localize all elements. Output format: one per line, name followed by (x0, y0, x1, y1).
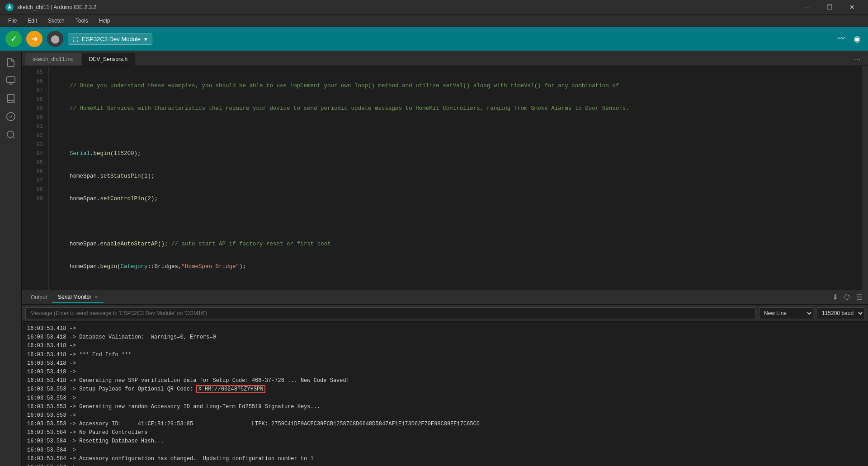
titlebar-controls: — ❐ ✕ (797, 0, 863, 14)
debug-button[interactable]: ⬤ (47, 31, 63, 47)
serial-line-17: 16:03:53.584 -> (27, 463, 863, 466)
code-line-89: homeSpan.setStatusPin(1); (56, 172, 854, 181)
new-line-select[interactable]: New Line No Line Ending Carriage Return … (759, 307, 813, 319)
maximize-button[interactable]: ❐ (819, 0, 840, 14)
serial-line-15: 16:03:53.584 -> (27, 446, 863, 455)
serial-line-3: 16:03:53.418 -> (27, 342, 863, 350)
tab-dev-sensors[interactable]: DEV_Sensors.h (82, 53, 135, 66)
panel-tabs: Output Serial Monitor ✕ ⬇ ⏱ ☰ (22, 290, 868, 305)
code-editor: 85 86 87 88 89 90 91 92 93 94 95 96 97 9… (22, 66, 868, 290)
panel-scroll-btn[interactable]: ⬇ (830, 292, 840, 302)
code-line-90: homeSpan.setControlPin(2); (56, 194, 854, 203)
tabs-bar: sketch_dht11.ino DEV_Sensors.h ⋯ (22, 51, 868, 66)
sidebar-icon-libraries[interactable] (3, 90, 19, 107)
line-num-92: 92 (22, 131, 43, 140)
svg-rect-0 (6, 77, 14, 83)
line-num-99: 99 (22, 194, 43, 203)
serial-line-12: 16:03:53.553 -> Accessory ID: 41:CE:B1:2… (27, 420, 863, 428)
editor-scrollbar[interactable] (862, 66, 868, 290)
menu-file[interactable]: File (4, 16, 21, 26)
line-num-91: 91 (22, 122, 43, 131)
menu-edit[interactable]: Edit (23, 16, 42, 26)
serial-line-7: 16:03:53.418 -> Generating new SRP verif… (27, 377, 863, 385)
code-line-94 (56, 285, 854, 290)
serial-line-10: 16:03:53.553 -> Generating new random Ac… (27, 403, 863, 411)
code-content[interactable]: // Once you understand these examples, y… (49, 66, 862, 290)
close-button[interactable]: ✕ (842, 0, 863, 14)
message-input[interactable] (25, 307, 755, 319)
serial-line-5: 16:03:53.418 -> (27, 359, 863, 368)
serial-output: 16:03:53.418 -> 16:03:53.418 -> Database… (22, 322, 868, 466)
serial-line-1: 16:03:53.418 -> (27, 325, 863, 333)
upload-button[interactable]: ➔ (26, 31, 42, 47)
toolbar-right: 〰 ◉ (835, 32, 863, 46)
sidebar-icon-files[interactable] (3, 54, 19, 71)
code-line-88: Serial.begin(115200); (56, 149, 854, 158)
line-num-94: 94 (22, 149, 43, 158)
code-line-87 (56, 127, 854, 136)
tabs-more-button[interactable]: ⋯ (850, 53, 864, 66)
tab-sketch-ino[interactable]: sketch_dht11.ino (25, 53, 81, 66)
panel-clock-btn[interactable]: ⏱ (842, 292, 853, 302)
sidebar-icon-search[interactable] (3, 127, 19, 143)
verify-button[interactable]: ✓ (5, 31, 22, 47)
line-num-85: 85 (22, 68, 43, 77)
code-line-91 (56, 217, 854, 226)
line-num-97: 97 (22, 176, 43, 185)
sidebar-icon-boards[interactable] (3, 72, 19, 89)
titlebar-title: sketch_dht11 | Arduino IDE 2.3.2 (17, 4, 96, 10)
line-numbers: 85 86 87 88 89 90 91 92 93 94 95 96 97 9… (22, 66, 49, 290)
code-line-86: // HomeKit Services with Characteristics… (56, 104, 854, 113)
serial-line-6: 16:03:53.418 -> (27, 368, 863, 377)
tab-serial-monitor[interactable]: Serial Monitor ✕ (52, 292, 104, 303)
board-icon: ⬚ (73, 36, 78, 42)
serial-line-4: 16:03:53.418 -> *** End Info *** (27, 351, 863, 359)
serial-monitor-close-icon[interactable]: ✕ (94, 295, 98, 300)
line-num-95: 95 (22, 158, 43, 167)
tab-output[interactable]: Output (25, 292, 52, 302)
code-line-93: homeSpan.begin(Category::Bridges,"HomeSp… (56, 262, 854, 271)
app-icon: A (5, 3, 14, 11)
main-layout: sketch_dht11.ino DEV_Sensors.h ⋯ 85 86 8… (0, 51, 868, 466)
line-num-86: 86 (22, 77, 43, 86)
panel-menu-btn[interactable]: ☰ (854, 292, 864, 302)
line-num-98: 98 (22, 185, 43, 194)
line-num-87: 87 (22, 86, 43, 95)
line-num-89: 89 (22, 104, 43, 113)
sidebar-icon-debug[interactable] (3, 108, 19, 125)
menu-tools[interactable]: Tools (71, 16, 93, 26)
line-num-93: 93 (22, 140, 43, 149)
svg-line-4 (13, 137, 14, 138)
tab-dev-sensors-label: DEV_Sensors.h (89, 56, 127, 62)
serial-line-13: 16:03:53.584 -> No Paired Controllers (27, 428, 863, 437)
serial-monitor-button[interactable]: ◉ (852, 32, 863, 46)
bottom-panel: Output Serial Monitor ✕ ⬇ ⏱ ☰ New Line N… (22, 290, 868, 466)
serial-line-9: 16:03:53.553 -> (27, 394, 863, 403)
toolbar: ✓ ➔ ⬤ ⬚ ESP32C3 Dev Module ▾ 〰 ◉ (0, 27, 868, 51)
svg-point-3 (7, 131, 14, 138)
minimize-button[interactable]: — (797, 0, 817, 14)
qr-code-highlight: X-HM://00248P5ZYHSPN (196, 385, 265, 393)
baud-select[interactable]: 115200 baud 9600 baud 57600 baud (817, 307, 864, 319)
serial-plotter-button[interactable]: 〰 (835, 32, 847, 46)
board-dropdown-icon: ▾ (144, 36, 147, 42)
serial-line-11: 16:03:53.553 -> (27, 411, 863, 420)
menu-help[interactable]: Help (94, 16, 115, 26)
panel-toolbar: New Line No Line Ending Carriage Return … (22, 305, 868, 322)
titlebar: A sketch_dht11 | Arduino IDE 2.3.2 — ❐ ✕ (0, 0, 868, 14)
code-line-92: homeSpan.enableAutoStartAP(); // auto st… (56, 240, 854, 249)
serial-line-8: 16:03:53.553 -> Setup Payload for Option… (27, 385, 863, 394)
menubar: File Edit Sketch Tools Help (0, 14, 868, 27)
line-num-96: 96 (22, 167, 43, 176)
code-line-85: // Once you understand these examples, y… (56, 81, 854, 90)
serial-line-16: 16:03:53.584 -> Accessory configuration … (27, 455, 863, 463)
tab-sketch-ino-label: sketch_dht11.ino (33, 56, 74, 62)
line-num-88: 88 (22, 95, 43, 104)
board-selector[interactable]: ⬚ ESP32C3 Dev Module ▾ (68, 33, 152, 45)
titlebar-left: A sketch_dht11 | Arduino IDE 2.3.2 (5, 3, 96, 11)
line-num-90: 90 (22, 113, 43, 122)
sidebar-icons (0, 51, 22, 466)
menu-sketch[interactable]: Sketch (43, 16, 69, 26)
serial-line-2: 16:03:53.418 -> Database Validation: War… (27, 333, 863, 342)
content-area: sketch_dht11.ino DEV_Sensors.h ⋯ 85 86 8… (22, 51, 868, 466)
